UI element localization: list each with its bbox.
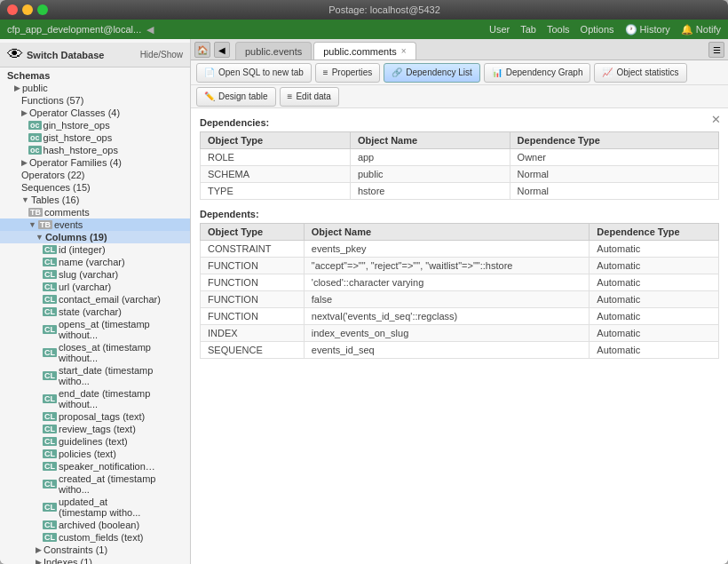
sidebar-item-gin-hstore[interactable]: ocgin_hstore_ops: [0, 119, 190, 131]
table-row[interactable]: CONSTRAINT events_pkey Automatic: [201, 241, 719, 258]
tab-public-events[interactable]: public.events: [235, 42, 312, 60]
sidebar-item-hash-hstore[interactable]: ochash_hstore_ops: [0, 144, 190, 156]
close-panel-button[interactable]: ✕: [708, 112, 723, 126]
sidebar-col-url[interactable]: CLurl (varchar): [0, 281, 190, 293]
sidebar-header: 👁 Switch Database Hide/Show: [0, 43, 190, 68]
sub-toolbar: ✏️ Design table ≡ Edit data: [191, 85, 728, 108]
dependents-title: Dependents:: [200, 209, 719, 219]
sidebar-item-functions[interactable]: Functions (57): [0, 94, 190, 107]
dep-col-type: Object Type: [201, 132, 351, 149]
close-button[interactable]: [7, 4, 18, 15]
menu-bar: cfp_app_development@local... ◀ User Tab …: [0, 20, 728, 39]
sidebar-col-review-tags[interactable]: CLreview_tags (text): [0, 423, 190, 435]
menu-options[interactable]: Options: [581, 24, 614, 36]
tab-public-comments[interactable]: public.comments ×: [313, 42, 415, 60]
hide-show-button[interactable]: Hide/Show: [140, 50, 183, 60]
table-row[interactable]: FUNCTION 'closed'::character varying Aut…: [201, 274, 719, 291]
dent-col-type: Object Type: [201, 224, 305, 241]
cell-type: FUNCTION: [201, 291, 305, 308]
cell-deptype: Automatic: [590, 342, 719, 359]
menu-user[interactable]: User: [489, 24, 510, 36]
cell-type: SCHEMA: [201, 166, 351, 183]
tab-bar: 🏠 ◀ public.events public.comments × ☰: [191, 39, 728, 60]
sidebar-col-start-date[interactable]: CLstart_date (timestamp witho...: [0, 364, 190, 387]
dependencies-table: Object Type Object Name Dependence Type …: [200, 131, 719, 200]
back-icon[interactable]: ◀: [214, 42, 230, 58]
menu-notify[interactable]: 🔔 Notify: [681, 24, 721, 36]
sidebar-col-state[interactable]: CLstate (varchar): [0, 306, 190, 318]
dep-col-deptype: Dependence Type: [510, 132, 718, 149]
table-row[interactable]: ROLE app Owner: [201, 149, 719, 166]
sidebar-col-contact-email[interactable]: CLcontact_email (varchar): [0, 293, 190, 306]
edit-data-button[interactable]: ≡ Edit data: [280, 87, 339, 107]
home-icon[interactable]: 🏠: [194, 42, 210, 58]
menu-history[interactable]: 🕐 History: [625, 24, 670, 36]
open-sql-button[interactable]: 📄 Open SQL to new tab: [196, 63, 312, 83]
menu-tools[interactable]: Tools: [547, 24, 570, 36]
sidebar-col-proposal-tags[interactable]: CLproposal_tags (text): [0, 410, 190, 423]
sql-icon: 📄: [204, 68, 215, 77]
maximize-button[interactable]: [37, 4, 48, 15]
cell-deptype: Automatic: [590, 291, 719, 308]
table-row[interactable]: SCHEMA public Normal: [201, 166, 719, 183]
sidebar-col-policies[interactable]: CLpolicies (text): [0, 448, 190, 460]
db-connection-label[interactable]: cfp_app_development@local...: [7, 24, 141, 35]
menu-bar-items: User Tab Tools Options 🕐 History 🔔 Notif…: [489, 24, 721, 36]
sidebar-col-id[interactable]: CLid (integer): [0, 243, 190, 256]
sidebar-col-archived[interactable]: CLarchived (boolean): [0, 519, 190, 531]
cell-name: false: [304, 291, 590, 308]
sidebar-col-slug[interactable]: CLslug (varchar): [0, 268, 190, 281]
dependency-list-button[interactable]: 🔗 Dependency List: [384, 63, 480, 83]
dent-col-name: Object Name: [304, 224, 590, 241]
sidebar-item-sequences[interactable]: Sequences (15): [0, 181, 190, 194]
cell-type: FUNCTION: [201, 274, 305, 291]
cell-deptype: Normal: [510, 166, 718, 183]
sidebar-item-schemas-label: Schemas: [0, 69, 190, 82]
sidebar-item-columns[interactable]: ▼Columns (19): [0, 231, 190, 243]
cell-type: TYPE: [201, 183, 351, 200]
sidebar-col-created-at[interactable]: CLcreated_at (timestamp witho...: [0, 473, 190, 496]
cell-type: FUNCTION: [201, 258, 305, 274]
cell-name: nextval('events_id_seq'::regclass): [304, 308, 590, 325]
sidebar-item-events-table[interactable]: ▼TBevents: [0, 218, 190, 231]
cell-type: SEQUENCE: [201, 342, 305, 359]
sidebar-item-public[interactable]: ▶public: [0, 82, 190, 94]
properties-button[interactable]: ≡ Properties: [315, 63, 380, 83]
design-table-button[interactable]: ✏️ Design table: [196, 87, 276, 107]
sidebar-item-operator-families[interactable]: ▶Operator Families (4): [0, 156, 190, 169]
table-row[interactable]: FUNCTION false Automatic: [201, 291, 719, 308]
dep-list-icon: 🔗: [392, 68, 402, 77]
sidebar-col-guidelines[interactable]: CLguidelines (text): [0, 435, 190, 448]
sidebar-col-end-date[interactable]: CLend_date (timestamp without...: [0, 387, 190, 410]
tab-close-icon[interactable]: ×: [401, 46, 407, 56]
sidebar-col-name[interactable]: CLname (varchar): [0, 256, 190, 268]
minimize-button[interactable]: [22, 4, 33, 15]
sidebar-item-constraints[interactable]: ▶Constraints (1): [0, 544, 190, 556]
table-row[interactable]: FUNCTION nextval('events_id_seq'::regcla…: [201, 308, 719, 325]
table-row[interactable]: FUNCTION "accept"=>"", "reject"=>"", "wa…: [201, 258, 719, 274]
sidebar-item-comments-table[interactable]: TBcomments: [0, 206, 190, 218]
cell-deptype: Automatic: [590, 258, 719, 274]
window-title: Postage: localhost@5432: [48, 4, 721, 15]
table-row[interactable]: TYPE hstore Normal: [201, 183, 719, 200]
tab-list-icon[interactable]: ☰: [708, 42, 724, 58]
sidebar-col-updated-at[interactable]: CLupdated_at (timestamp witho...: [0, 496, 190, 519]
menu-tab[interactable]: Tab: [520, 24, 536, 36]
cell-type: INDEX: [201, 325, 305, 342]
stats-icon: 📈: [602, 68, 613, 77]
dependency-graph-button[interactable]: 📊 Dependency Graph: [484, 63, 591, 83]
cell-name: events_pkey: [304, 241, 590, 258]
sidebar-col-closes-at[interactable]: CLcloses_at (timestamp without...: [0, 341, 190, 364]
sidebar-col-custom-fields[interactable]: CLcustom_fields (text): [0, 531, 190, 544]
table-row[interactable]: INDEX index_events_on_slug Automatic: [201, 325, 719, 342]
sidebar-item-tables[interactable]: ▼Tables (16): [0, 194, 190, 206]
traffic-lights[interactable]: [7, 4, 48, 15]
sidebar-item-gist-hstore[interactable]: ocgist_hstore_ops: [0, 131, 190, 144]
sidebar-item-operator-classes[interactable]: ▶Operator Classes (4): [0, 107, 190, 119]
sidebar-col-speaker-notif[interactable]: CLspeaker_notification_emails...: [0, 460, 190, 473]
sidebar-item-operators[interactable]: Operators (22): [0, 169, 190, 181]
table-row[interactable]: SEQUENCE events_id_seq Automatic: [201, 342, 719, 359]
sidebar-col-opens-at[interactable]: CLopens_at (timestamp without...: [0, 318, 190, 341]
sidebar-item-indexes[interactable]: ▶Indexes (1): [0, 556, 190, 564]
object-stats-button[interactable]: 📈 Object statistics: [594, 63, 686, 83]
